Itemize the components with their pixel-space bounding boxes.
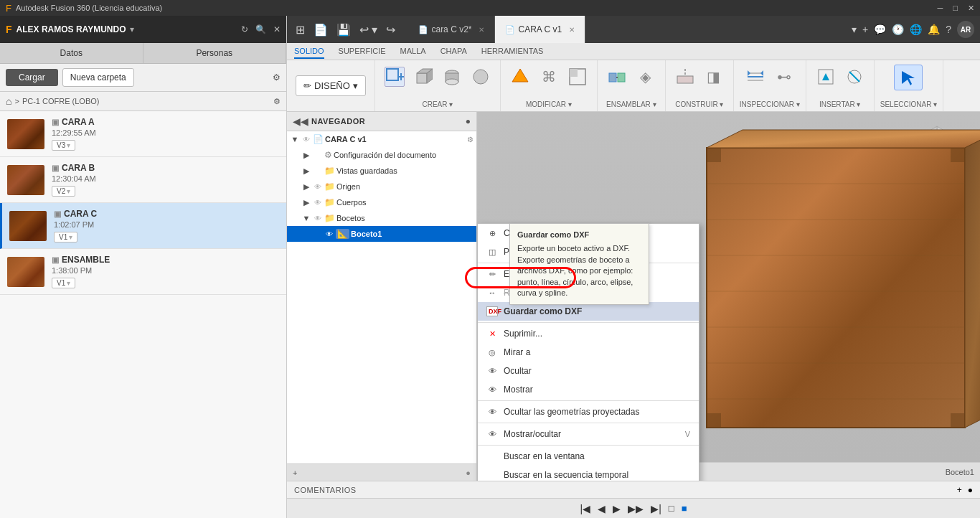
ribbon-btn-mod2[interactable]: ⌘: [535, 65, 562, 89]
ribbon-btn-insert1[interactable]: [812, 65, 839, 89]
ribbon-btn-insert2[interactable]: [841, 65, 868, 89]
visibility-icon[interactable]: 👁: [324, 230, 334, 238]
home-icon[interactable]: ⌂: [6, 95, 11, 107]
ribbon-btn-con2[interactable]: ◨: [700, 65, 727, 89]
ribbon-btn-ins1[interactable]: [742, 65, 769, 89]
add-tab-icon[interactable]: +: [862, 24, 868, 35]
help-icon[interactable]: ?: [946, 24, 951, 35]
ribbon-btn-ens1[interactable]: [603, 65, 631, 89]
maximize-btn[interactable]: □: [953, 4, 958, 13]
file-item-cara-c[interactable]: ▣ CARA C 1:02:07 PM V1 ▾: [0, 203, 286, 249]
settings-icon[interactable]: ⚙: [273, 72, 281, 83]
toolbar-right-icons: ▾ + 💬 🕐 🌐 🔔 ? AR: [852, 21, 974, 38]
ribbon-btn-ens2[interactable]: ◈: [632, 65, 659, 89]
undo-icon[interactable]: ↩ ▾: [357, 22, 380, 38]
skip-start-button[interactable]: |◀: [580, 503, 591, 514]
chat-icon[interactable]: 💬: [874, 24, 886, 35]
expand-icon[interactable]: ▼: [290, 135, 300, 143]
file-info: ▣ ENSAMBLE 1:38:00 PM V1 ▾: [52, 255, 279, 288]
tab-close-icon[interactable]: ✕: [479, 26, 484, 34]
cmd-tab-malla[interactable]: MALLA: [400, 44, 426, 59]
cmd-tab-chapa[interactable]: CHAPA: [440, 44, 467, 59]
tab-datos[interactable]: Datos: [0, 43, 143, 63]
refresh-icon[interactable]: ↻: [241, 24, 248, 34]
expand-icon[interactable]: ▶: [301, 151, 311, 160]
ctx-mostrar-ocultar[interactable]: 👁 Mostrar/ocultar V: [478, 425, 699, 443]
comments-add-icon[interactable]: +: [957, 485, 962, 495]
tree-item-root[interactable]: ▼ 👁 📄 CARA C v1 ⚙: [287, 131, 476, 147]
visibility-icon[interactable]: 👁: [313, 199, 323, 207]
cargar-button[interactable]: Cargar: [6, 69, 58, 86]
close-btn[interactable]: ✕: [968, 4, 974, 13]
save-icon[interactable]: 💾: [334, 22, 354, 38]
breadcrumb-path[interactable]: PC-1 COFRE (LOBO): [22, 97, 100, 105]
new-file-icon[interactable]: 📄: [311, 22, 331, 38]
skip-end-button[interactable]: ▶|: [651, 503, 661, 514]
file-item-ensamble[interactable]: ▣ ENSAMBLE 1:38:00 PM V1 ▾: [0, 249, 286, 295]
expand-icon[interactable]: ▼: [301, 214, 311, 222]
minimize-btn[interactable]: ─: [938, 4, 943, 13]
cmd-tab-solido[interactable]: SOLIDO: [294, 44, 324, 59]
ribbon-btn-box[interactable]: [410, 65, 437, 89]
bell-icon[interactable]: 🔔: [928, 24, 940, 35]
tree-item-origen[interactable]: ▶ 👁 📁 Origen: [287, 179, 476, 194]
expand-icon[interactable]: ▶: [301, 198, 311, 207]
tab-personas[interactable]: Personas: [143, 43, 287, 63]
ribbon-btn-crear[interactable]: [381, 65, 408, 89]
file-item-cara-b[interactable]: ▣ CARA B 12:30:04 AM V2 ▾: [0, 157, 286, 203]
grid-icon[interactable]: ⊞: [293, 22, 308, 38]
ctx-ocultar-geometrias[interactable]: 👁 Ocultar las geometrías proyectadas: [478, 402, 699, 421]
tree-item-vistas[interactable]: ▶ 👁 📁 Vistas guardadas: [287, 163, 476, 179]
clock-icon[interactable]: 🕐: [892, 24, 904, 35]
ribbon-btn-cil[interactable]: [438, 65, 466, 89]
ribbon-btn-esf[interactable]: [467, 65, 494, 89]
ctx-mirar-a[interactable]: ◎ Mirar a: [478, 343, 699, 362]
user-dropdown-icon[interactable]: ▾: [130, 24, 134, 34]
ctx-ocultar[interactable]: 👁 Ocultar: [478, 362, 699, 380]
visibility-icon[interactable]: 👁: [313, 183, 323, 191]
tab-cara-c-v1[interactable]: 📄 CARA C v1 ✕: [495, 16, 585, 43]
file-item-cara-a[interactable]: ▣ CARA A 12:29:55 AM V3 ▾: [0, 111, 286, 157]
tree-item-boceto1[interactable]: 👁 📐 Boceto1: [287, 226, 476, 242]
version-badge: V2 ▾: [52, 186, 75, 197]
tree-item-bocetos[interactable]: ▼ 👁 📁 Bocetos: [287, 210, 476, 226]
more-tabs-icon[interactable]: ▾: [852, 24, 857, 35]
ribbon-btn-con1[interactable]: [672, 65, 699, 89]
ctx-buscar-secuencia[interactable]: Buscar en la secuencia temporal: [478, 466, 699, 481]
tab-close-icon[interactable]: ✕: [569, 26, 575, 34]
ribbon-btn-sel1[interactable]: [894, 65, 923, 90]
expand-icon[interactable]: ▶: [301, 182, 311, 192]
play-button[interactable]: ▶: [613, 503, 621, 514]
redo-icon[interactable]: ↪: [383, 22, 398, 38]
ribbon-btn-mod3[interactable]: [564, 65, 591, 89]
cmd-tab-superficie[interactable]: SUPERFICIE: [339, 44, 386, 59]
sketch-icon[interactable]: □: [669, 503, 674, 514]
cmd-tab-herramientas[interactable]: HERRAMIENTAS: [481, 44, 544, 59]
search-icon[interactable]: 🔍: [255, 24, 266, 34]
tab-cara-c-v2[interactable]: 📄 cara C v2* ✕: [408, 16, 495, 43]
nueva-carpeta-button[interactable]: Nueva carpeta: [62, 68, 134, 87]
save-cloud-icon[interactable]: 🌐: [910, 24, 922, 35]
expand-icon[interactable]: ▶: [301, 166, 311, 176]
tree-item-cuerpos[interactable]: ▶ 👁 📁 Cuerpos: [287, 194, 476, 210]
ctx-buscar-ventana[interactable]: Buscar en la ventana: [478, 447, 699, 466]
step-forward-button[interactable]: ▶▶: [628, 503, 644, 514]
design-button[interactable]: ✏ DISEÑO ▾: [296, 75, 366, 96]
ctx-mostrar[interactable]: 👁 Mostrar: [478, 380, 699, 399]
tree-item-config[interactable]: ▶ 👁 ⚙ Configuración del documento: [287, 147, 476, 163]
nav-collapse-button[interactable]: ◀◀: [293, 116, 308, 127]
close-left-icon[interactable]: ✕: [273, 24, 281, 34]
tree-label: Vistas guardadas: [336, 166, 473, 175]
comments-dots-icon[interactable]: ●: [968, 485, 973, 495]
visibility-icon[interactable]: 👁: [313, 215, 323, 222]
ribbon-btn-mod1[interactable]: [507, 65, 534, 89]
visibility-icon[interactable]: 👁: [301, 136, 311, 143]
tree-label: Boceto1: [351, 230, 473, 238]
nav-options-icon[interactable]: ●: [466, 116, 471, 126]
user-avatar[interactable]: AR: [957, 21, 974, 38]
breadcrumb-settings-icon[interactable]: ⚙: [273, 97, 281, 106]
step-back-button[interactable]: ◀: [598, 503, 606, 514]
ctx-suprimir[interactable]: ✕ Suprimir...: [478, 324, 699, 343]
sketch-active-icon[interactable]: ■: [682, 503, 687, 514]
ribbon-btn-ins2[interactable]: ⊷: [771, 65, 798, 89]
